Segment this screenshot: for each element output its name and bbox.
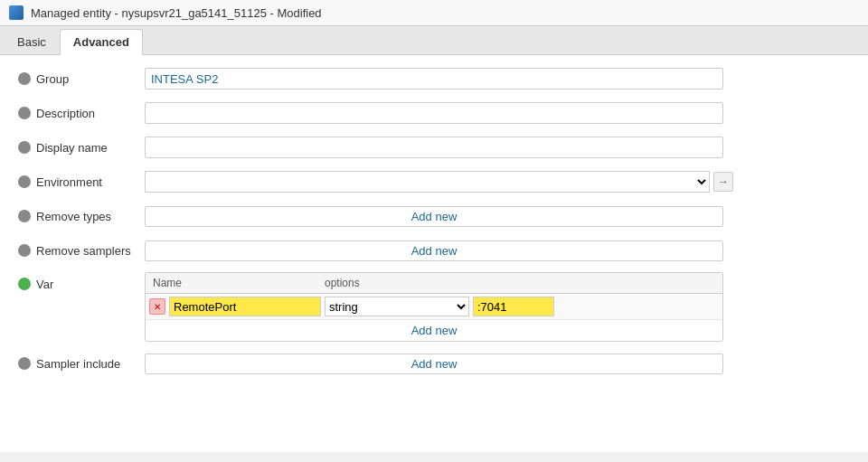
- remove-samplers-add-new[interactable]: Add new: [411, 244, 458, 258]
- display-name-input[interactable]: [145, 137, 723, 158]
- display-name-label: Display name: [36, 141, 145, 155]
- app-icon: [9, 5, 24, 20]
- remove-samplers-label: Remove samplers: [36, 244, 145, 258]
- environment-navigate-button[interactable]: →: [713, 172, 733, 192]
- display-name-row: Display name: [18, 135, 850, 160]
- var-type-select[interactable]: string integer boolean float: [325, 297, 469, 316]
- environment-select[interactable]: [145, 171, 710, 193]
- remove-types-label: Remove types: [36, 210, 145, 223]
- group-input-area: [145, 68, 850, 90]
- group-label: Group: [36, 72, 145, 86]
- var-delete-button[interactable]: ✕: [149, 298, 165, 315]
- var-add-new-link[interactable]: Add new: [411, 324, 458, 337]
- window-title: Managed entity - nysupsvr21_ga5141_51125…: [31, 6, 322, 20]
- remove-samplers-row: Remove samplers Add new: [18, 238, 850, 263]
- display-name-indicator: [18, 141, 31, 154]
- var-indicator: [18, 278, 31, 290]
- sampler-include-label: Sampler include: [36, 357, 145, 371]
- remove-types-add-new[interactable]: Add new: [411, 210, 458, 223]
- sampler-include-input-area: Add new: [145, 354, 850, 374]
- remove-types-box: Add new: [145, 206, 723, 227]
- environment-label: Environment: [36, 175, 145, 189]
- var-col-value-header: [487, 277, 715, 289]
- environment-row: Environment →: [18, 169, 850, 194]
- description-input[interactable]: [145, 102, 723, 124]
- tab-bar: Basic Advanced: [0, 26, 868, 55]
- tab-advanced[interactable]: Advanced: [60, 29, 143, 55]
- environment-indicator: [18, 175, 31, 188]
- sampler-include-row: Sampler include Add new: [18, 351, 850, 376]
- remove-types-indicator: [18, 210, 31, 222]
- title-bar: Managed entity - nysupsvr21_ga5141_51125…: [0, 0, 868, 26]
- remove-samplers-box: Add new: [145, 240, 723, 261]
- var-row: Var Name options ✕ string integer boolea…: [18, 272, 850, 342]
- remove-types-row: Remove types Add new: [18, 203, 850, 229]
- var-value-input[interactable]: [473, 297, 554, 316]
- var-name-input[interactable]: [169, 297, 321, 316]
- environment-input-area: →: [145, 171, 850, 193]
- sampler-include-indicator: [18, 357, 31, 370]
- var-add-new-area: Add new: [146, 320, 722, 341]
- group-input[interactable]: [145, 68, 723, 90]
- sampler-include-add-new[interactable]: Add new: [411, 357, 458, 371]
- var-table-header: Name options: [146, 273, 722, 294]
- display-name-input-area: [145, 137, 850, 158]
- tab-basic[interactable]: Basic: [4, 29, 60, 54]
- var-col-options-header: options: [325, 277, 487, 289]
- var-data-row: ✕ string integer boolean float: [146, 294, 722, 320]
- form-content: Group Description Display name Environme…: [0, 55, 868, 452]
- var-table: Name options ✕ string integer boolean fl…: [145, 272, 723, 342]
- description-indicator: [18, 107, 31, 119]
- var-label: Var: [36, 272, 145, 291]
- sampler-include-box: Add new: [145, 354, 723, 374]
- description-row: Description: [18, 100, 850, 126]
- remove-samplers-input-area: Add new: [145, 240, 850, 261]
- group-row: Group: [18, 66, 850, 91]
- description-label: Description: [36, 107, 145, 120]
- group-indicator: [18, 72, 31, 85]
- var-col-name-header: Name: [153, 277, 325, 289]
- remove-types-input-area: Add new: [145, 206, 850, 227]
- description-input-area: [145, 102, 850, 124]
- remove-samplers-indicator: [18, 244, 31, 257]
